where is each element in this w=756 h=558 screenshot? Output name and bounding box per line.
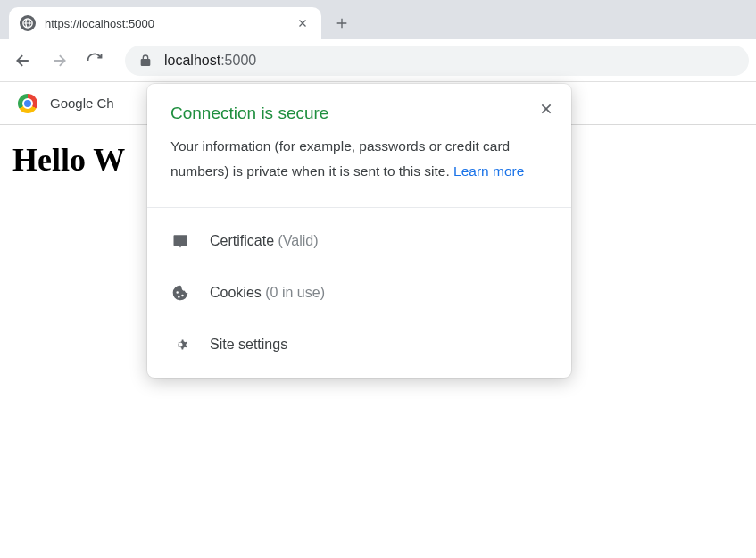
- connection-info-popup: Connection is secure Your information (f…: [147, 84, 571, 378]
- certificate-label: Certificate (Valid): [210, 233, 319, 249]
- cookies-item[interactable]: Cookies (0 in use): [147, 267, 571, 319]
- cookie-icon: [170, 283, 190, 303]
- lock-icon[interactable]: [136, 51, 155, 71]
- popup-header: Connection is secure Your information (f…: [147, 84, 571, 207]
- certificate-item[interactable]: Certificate (Valid): [147, 215, 571, 267]
- back-button[interactable]: [7, 45, 39, 77]
- tab-title: https://localhost:5000: [45, 17, 286, 30]
- popup-title: Connection is secure: [170, 104, 548, 123]
- cookies-label: Cookies (0 in use): [210, 285, 325, 301]
- popup-list: Certificate (Valid) Cookies (0 in use) S…: [147, 208, 571, 378]
- address-host: localhost: [164, 53, 220, 68]
- chrome-logo-icon: [18, 94, 37, 113]
- popup-description: Your information (for example, passwords…: [170, 136, 548, 182]
- learn-more-link[interactable]: Learn more: [453, 161, 524, 182]
- certificate-icon: [170, 231, 190, 251]
- new-tab-button[interactable]: [328, 10, 355, 37]
- address-text: localhost:5000: [164, 53, 256, 69]
- reload-button[interactable]: [79, 45, 111, 77]
- tab-strip: https://localhost:5000: [0, 0, 756, 39]
- popup-close-button[interactable]: [534, 96, 559, 121]
- address-bar[interactable]: localhost:5000: [125, 46, 749, 76]
- browser-tab[interactable]: https://localhost:5000: [9, 7, 321, 39]
- globe-icon: [20, 15, 36, 31]
- site-settings-item[interactable]: Site settings: [147, 319, 571, 371]
- forward-button[interactable]: [43, 45, 75, 77]
- site-settings-label: Site settings: [210, 337, 287, 353]
- browser-toolbar: localhost:5000: [0, 39, 756, 82]
- address-port: :5000: [220, 53, 256, 68]
- gear-icon: [170, 335, 190, 354]
- bookmark-item[interactable]: Google Ch: [50, 96, 114, 111]
- tab-close-button[interactable]: [295, 15, 311, 31]
